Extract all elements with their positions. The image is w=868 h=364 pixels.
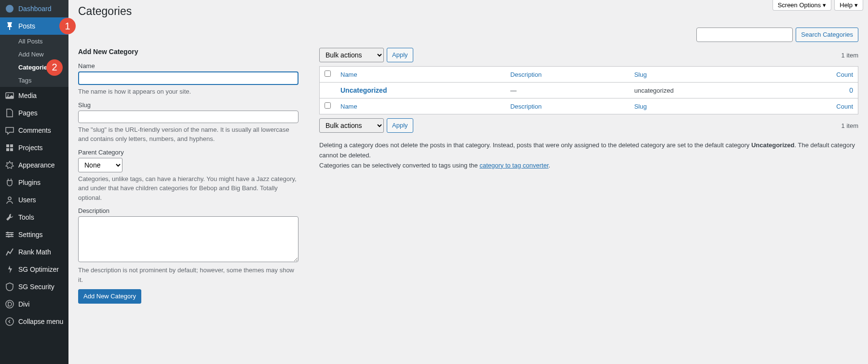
- row-slug: uncategorized: [629, 83, 777, 98]
- sidebar-item-appearance[interactable]: Appearance: [0, 156, 68, 174]
- sidebar-item-plugins[interactable]: Plugins: [0, 174, 68, 191]
- admin-sidebar: Dashboard Posts 1 All Posts Add New Cate…: [0, 0, 68, 364]
- sidebar-label: Pages: [18, 109, 38, 117]
- col-slug[interactable]: Slug: [629, 98, 777, 114]
- slug-help-text: The "slug" is the URL-friendly version o…: [78, 125, 298, 144]
- sidebar-label: Posts: [18, 22, 35, 30]
- parent-category-select[interactable]: None: [78, 158, 122, 172]
- sidebar-item-media[interactable]: Media: [0, 87, 68, 104]
- search-box: Search Categories: [78, 28, 858, 42]
- sidebar-item-rank-math[interactable]: Rank Math: [0, 243, 68, 261]
- form-heading: Add New Category: [78, 48, 310, 56]
- sidebar-item-tools[interactable]: Tools: [0, 209, 68, 226]
- chevron-down-icon: ▾: [823, 1, 826, 9]
- sidebar-label: SG Optimizer: [18, 266, 59, 273]
- main-content: Screen Options ▾ Help ▾ Categories Searc…: [68, 0, 868, 364]
- table-row: Uncategorized — uncategorized 0: [320, 83, 858, 98]
- rank-math-icon: [5, 247, 14, 257]
- sidebar-item-pages[interactable]: Pages: [0, 104, 68, 122]
- sidebar-item-projects[interactable]: Projects: [0, 139, 68, 156]
- sidebar-sub-add-new[interactable]: Add New: [0, 48, 68, 61]
- name-help-text: The name is how it appears on your site.: [78, 87, 298, 97]
- add-category-form: Add New Category Name The name is how it…: [78, 48, 310, 304]
- svg-point-13: [6, 300, 14, 308]
- sidebar-sub-tags[interactable]: Tags: [0, 74, 68, 87]
- sidebar-label: Projects: [18, 144, 43, 152]
- sidebar-sub-categories[interactable]: Categories 2: [0, 61, 68, 74]
- plugins-icon: [5, 178, 14, 187]
- description-textarea[interactable]: [78, 216, 298, 262]
- svg-rect-4: [6, 148, 9, 151]
- col-name[interactable]: Name: [336, 98, 505, 114]
- slug-input[interactable]: [78, 111, 298, 123]
- svg-point-12: [8, 236, 10, 238]
- annotation-badge-1: 1: [59, 18, 76, 34]
- apply-button-top[interactable]: Apply: [387, 48, 413, 62]
- sidebar-item-dashboard[interactable]: Dashboard: [0, 0, 68, 17]
- sidebar-item-sg-security[interactable]: SG Security: [0, 278, 68, 295]
- row-count-link[interactable]: 0: [849, 86, 853, 94]
- col-slug[interactable]: Slug: [629, 67, 777, 83]
- select-all-bottom-checkbox[interactable]: [325, 102, 331, 109]
- tag-converter-link[interactable]: category to tag converter: [479, 162, 548, 169]
- search-input[interactable]: [696, 28, 793, 42]
- description-label: Description: [78, 207, 310, 214]
- tablenav-top: Bulk actions Apply 1 item: [319, 48, 858, 62]
- dashboard-icon: [5, 4, 14, 14]
- sidebar-item-posts[interactable]: Posts 1: [0, 17, 68, 35]
- sidebar-label: Media: [18, 92, 37, 99]
- sidebar-item-collapse[interactable]: Collapse menu: [0, 313, 68, 330]
- top-buttons: Screen Options ▾ Help ▾: [773, 0, 863, 11]
- name-label: Name: [78, 62, 310, 70]
- tablenav-bottom: Bulk actions Apply 1 item: [319, 118, 858, 133]
- svg-point-14: [6, 318, 14, 325]
- bulk-action-select-bottom[interactable]: Bulk actions: [319, 118, 384, 133]
- col-count[interactable]: Count: [778, 98, 858, 114]
- sidebar-sub-all-posts[interactable]: All Posts: [0, 35, 68, 48]
- comments-icon: [5, 126, 14, 135]
- bulk-action-select-top[interactable]: Bulk actions: [319, 48, 384, 62]
- button-label: Screen Options: [778, 1, 821, 9]
- categories-table: Name Description Slug Count Uncategorize…: [319, 66, 858, 114]
- sidebar-item-users[interactable]: Users: [0, 191, 68, 209]
- screen-options-button[interactable]: Screen Options ▾: [773, 0, 832, 11]
- sidebar-item-settings[interactable]: Settings: [0, 226, 68, 243]
- sidebar-label: SG Security: [18, 283, 54, 291]
- row-name-link[interactable]: Uncategorized: [340, 86, 387, 94]
- button-label: Help: [840, 1, 853, 9]
- sidebar-item-sg-optimizer[interactable]: SG Optimizer: [0, 261, 68, 278]
- sidebar-label: Tools: [18, 213, 34, 221]
- select-all-top-checkbox[interactable]: [325, 70, 331, 77]
- search-categories-button[interactable]: Search Categories: [796, 28, 858, 42]
- sidebar-label: Comments: [18, 126, 51, 134]
- help-button[interactable]: Help ▾: [834, 0, 863, 11]
- page-title: Categories: [78, 5, 858, 18]
- parent-label: Parent Category: [78, 149, 310, 156]
- svg-point-10: [7, 232, 9, 234]
- divi-icon: [5, 299, 14, 309]
- sidebar-item-divi[interactable]: Divi: [0, 295, 68, 313]
- chevron-down-icon: ▾: [854, 1, 858, 9]
- slug-label: Slug: [78, 101, 310, 109]
- col-count[interactable]: Count: [778, 67, 858, 83]
- item-count-top: 1 item: [841, 52, 858, 59]
- users-icon: [5, 195, 14, 205]
- svg-rect-5: [10, 148, 13, 151]
- sg-security-icon: [5, 282, 14, 292]
- sg-optimizer-icon: [5, 265, 14, 274]
- tools-icon: [5, 212, 14, 222]
- sidebar-item-comments[interactable]: Comments: [0, 122, 68, 139]
- col-description[interactable]: Description: [505, 67, 629, 83]
- apply-button-bottom[interactable]: Apply: [387, 118, 413, 133]
- col-name[interactable]: Name: [336, 67, 505, 83]
- sidebar-label: Users: [18, 196, 36, 204]
- col-description[interactable]: Description: [505, 98, 629, 114]
- add-category-button[interactable]: Add New Category: [78, 289, 141, 304]
- settings-icon: [5, 230, 14, 239]
- posts-submenu: All Posts Add New Categories 2 Tags: [0, 35, 68, 87]
- name-input[interactable]: [78, 71, 298, 85]
- item-count-bottom: 1 item: [841, 122, 858, 129]
- note-strong: Uncategorized: [751, 141, 795, 149]
- sidebar-label: Settings: [18, 231, 43, 238]
- media-icon: [5, 91, 14, 100]
